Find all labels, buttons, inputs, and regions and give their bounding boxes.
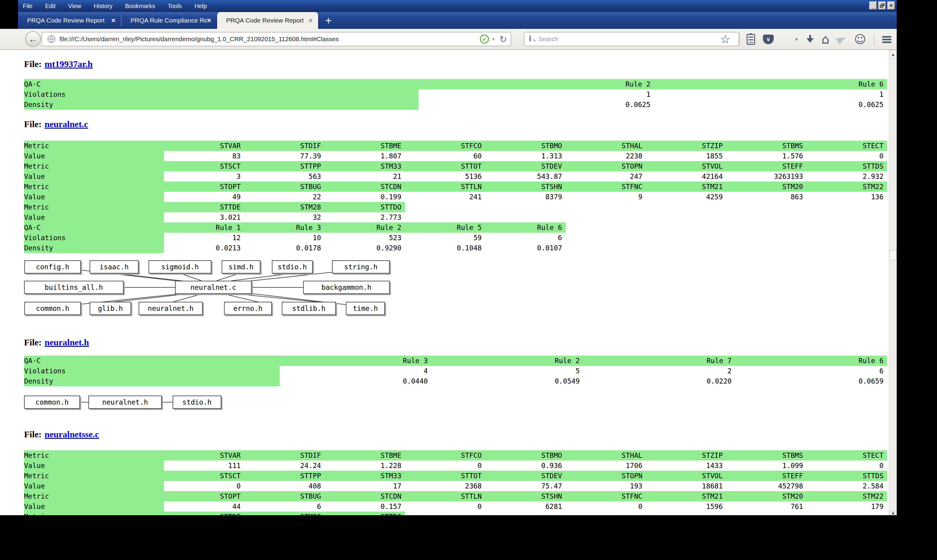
downloads-icon[interactable] <box>806 35 814 44</box>
metric-header-cell: STTDO <box>325 202 405 212</box>
tab-code-review-report-1[interactable]: PRQA Code Review Report × <box>18 12 121 29</box>
reload-icon[interactable]: ↻ <box>499 34 507 45</box>
back-button[interactable]: ← <box>25 31 41 47</box>
file-node-stdio-h[interactable]: stdio.h <box>272 260 313 274</box>
menu-bar: File Edit View History Bookmarks Tools H… <box>0 0 897 12</box>
bookmark-star-icon[interactable]: ☆ <box>720 34 730 45</box>
empty-cell <box>726 243 807 253</box>
empty-cell <box>726 512 807 515</box>
empty-cell <box>807 243 887 253</box>
value-cell: 5 <box>432 366 583 376</box>
reading-list-icon[interactable] <box>747 34 755 45</box>
file-link-mt19937ar[interactable]: mt19937ar.h <box>45 59 92 69</box>
file-node-neuralnet-c[interactable]: neuralnet.c <box>175 281 252 294</box>
scroll-down-button[interactable]: ▼ <box>889 511 897 515</box>
address-bar[interactable]: file:///C:/Users/darren_riley/Pictures/d… <box>42 32 511 46</box>
value-cell: 0.936 <box>485 460 566 471</box>
file-link-neuralnetsse-c[interactable]: neuralnetsse.c <box>45 429 99 439</box>
value-cell: 543.87 <box>485 171 566 182</box>
menu-view[interactable]: View <box>68 3 81 9</box>
search-box[interactable] <box>524 32 740 46</box>
navigation-bar: ← file:///C:/Users/darren_riley/Pictures… <box>0 29 897 50</box>
file-heading-neuralnet-h: File:neuralnet.h <box>24 337 89 348</box>
hello-smiley-icon[interactable]: ☺ <box>854 34 866 45</box>
file-node-stdio-h[interactable]: stdio.h <box>173 395 221 409</box>
metric-header-cell: STBME <box>325 450 405 460</box>
file-node-config-h[interactable]: config.h <box>25 260 81 274</box>
search-input[interactable] <box>538 35 719 43</box>
close-tab-icon[interactable]: × <box>111 17 116 24</box>
menu-hamburger-icon[interactable] <box>882 36 891 38</box>
menu-bookmarks[interactable]: Bookmarks <box>125 3 155 9</box>
apps-dropdown-icon[interactable]: ▼ <box>794 37 799 42</box>
file-node-glib-h[interactable]: glib.h <box>89 302 131 315</box>
table-row: MetricSTTDESTM28STTDO <box>24 512 887 515</box>
file-node-sigmoid-h[interactable]: sigmoid.h <box>148 260 211 274</box>
menu-file[interactable]: File <box>23 3 32 9</box>
value-cell: 0.157 <box>325 502 405 512</box>
dropdown-icon[interactable]: ▼ <box>492 37 495 42</box>
file-node-common-h[interactable]: common.h <box>25 302 81 315</box>
file-node-neuralnet-h[interactable]: neuralnet.h <box>139 302 203 315</box>
ssl-check-icon[interactable]: ✓ <box>480 35 489 44</box>
table-row: Value4460.1570628101596761179 <box>24 502 887 512</box>
scrollbar-thumb[interactable] <box>889 250 897 260</box>
row-label: Value <box>24 151 164 161</box>
row-label: QA·C <box>24 79 419 89</box>
new-tab-button[interactable]: + <box>322 14 335 27</box>
metric-header-cell: Rule 2 <box>325 222 405 233</box>
file-node-isaac-h[interactable]: isaac.h <box>89 260 139 274</box>
empty-cell <box>726 233 807 243</box>
file-link-neuralnet-c[interactable]: neuralnet.c <box>45 119 88 129</box>
file-node-time-h[interactable]: time.h <box>346 302 385 315</box>
value-cell: 6281 <box>485 502 566 512</box>
file-node-stdlib-h[interactable]: stdlib.h <box>282 302 336 315</box>
value-cell: 1596 <box>646 502 726 512</box>
url-text[interactable]: file:///C:/Users/darren_riley/Pictures/d… <box>60 35 480 43</box>
row-label: Violations <box>24 233 164 243</box>
menu-tools[interactable]: Tools <box>168 3 182 9</box>
value-cell: 0.0625 <box>419 100 654 110</box>
metric-header-cell: STVOL <box>646 161 726 171</box>
row-label: Value <box>24 212 164 222</box>
value-cell: 0 <box>807 460 887 471</box>
value-cell: 44 <box>164 502 244 512</box>
metric-header-cell: STM28 <box>244 512 324 515</box>
file-node-common-h[interactable]: common.h <box>24 395 80 409</box>
table-row: Violations1210523596 <box>24 233 887 243</box>
vertical-scrollbar[interactable]: ▲ ▼ <box>889 50 897 515</box>
close-tab-icon[interactable]: × <box>207 17 211 24</box>
menu-help[interactable]: Help <box>194 3 207 9</box>
value-cell: 247 <box>566 171 646 182</box>
tab-rule-compliance-report[interactable]: PRQA Rule Compliance Report × <box>122 12 217 29</box>
file-link-neuralnet-h[interactable]: neuralnet.h <box>45 337 89 347</box>
scroll-up-button[interactable]: ▲ <box>889 50 897 59</box>
toolbar-separator <box>738 33 739 46</box>
tab-code-review-report-active[interactable]: PRQA Code Review Report × <box>217 12 318 29</box>
value-cell: 1706 <box>566 460 646 471</box>
close-button[interactable]: × <box>888 2 895 9</box>
home-icon[interactable]: ⌂ <box>821 33 830 45</box>
file-node-builtins-all-h[interactable]: builtins_all.h <box>24 281 123 294</box>
pocket-icon[interactable]: ∨ <box>763 35 774 44</box>
table-row: Density0.06250.0625 <box>24 100 887 110</box>
apps-grid-icon[interactable] <box>781 35 791 44</box>
close-icon: × <box>890 3 893 9</box>
qac-table-mt19937ar: QA·CRule 2Rule 6Violations11Density0.062… <box>24 79 887 110</box>
menu-edit[interactable]: Edit <box>45 3 55 9</box>
metric-header-cell: STM21 <box>646 182 726 192</box>
close-tab-icon[interactable]: × <box>308 17 313 24</box>
minimize-button[interactable]: _ <box>869 2 877 9</box>
file-node-string-h[interactable]: string.h <box>332 260 390 274</box>
file-node-backgammon-h[interactable]: backgammon.h <box>303 281 390 294</box>
row-label: Violations <box>24 89 419 100</box>
file-label: File: <box>24 429 42 439</box>
file-node-errno-h[interactable]: errno.h <box>224 302 272 315</box>
metric-header-cell: STFCO <box>405 450 485 460</box>
row-label: Value <box>24 192 164 202</box>
file-node-neuralnet-h[interactable]: neuralnet.h <box>88 395 162 409</box>
send-tab-icon[interactable] <box>836 34 848 45</box>
menu-history[interactable]: History <box>94 3 113 9</box>
file-node-simd-h[interactable]: simd.h <box>222 260 260 274</box>
restore-button[interactable] <box>878 2 886 9</box>
